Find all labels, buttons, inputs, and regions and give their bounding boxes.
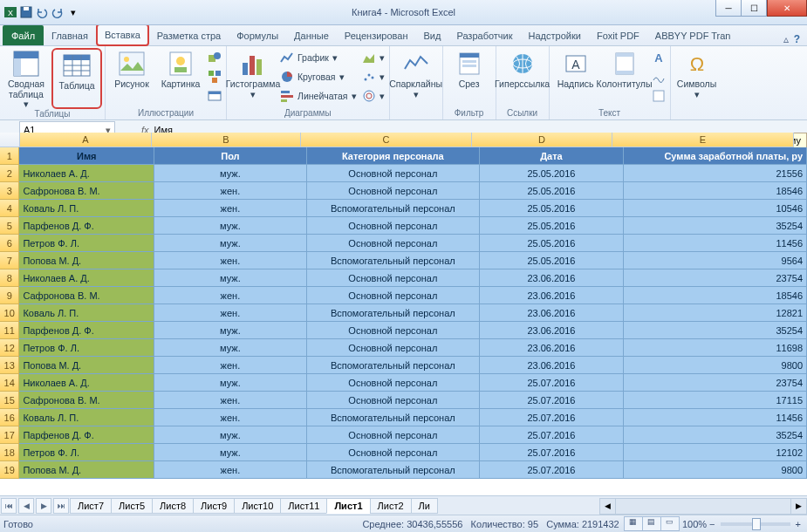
cell[interactable]: Основной персонал — [307, 374, 481, 392]
row-number[interactable]: 14 — [0, 374, 19, 392]
minimize-button[interactable]: ─ — [715, 0, 742, 17]
header-footer-button[interactable]: Колонтитулы — [601, 48, 648, 106]
sheet-tab[interactable]: Лист8 — [152, 498, 194, 514]
cell[interactable]: жен. — [154, 357, 306, 374]
cell[interactable]: 23.06.2016 — [480, 269, 624, 287]
cell[interactable]: 23.06.2016 — [480, 287, 624, 304]
cell[interactable]: Основной персонал — [307, 235, 481, 252]
maximize-button[interactable]: ☐ — [742, 0, 767, 17]
cell[interactable]: Попова М. Д. — [19, 252, 154, 269]
cell[interactable]: Петров Ф. Л. — [19, 339, 154, 357]
row-number[interactable]: 7 — [0, 252, 19, 269]
sheet-nav-prev[interactable]: ◀ — [18, 498, 34, 514]
tab-foxit[interactable]: Foxit PDF — [589, 25, 647, 45]
sheet-tab[interactable]: Лист1 — [326, 498, 370, 514]
save-icon[interactable] — [19, 5, 33, 19]
row-number[interactable]: 10 — [0, 304, 19, 322]
cell[interactable]: муж. — [154, 444, 306, 461]
zoom-slider[interactable] — [721, 522, 790, 526]
header-cell[interactable]: Имя — [19, 147, 154, 165]
zoom-out-button[interactable]: − — [707, 519, 715, 529]
sheet-tab[interactable]: Лист11 — [280, 498, 327, 514]
cell[interactable]: 12821 — [624, 304, 807, 322]
undo-icon[interactable] — [35, 5, 49, 19]
cell[interactable]: 25.05.2016 — [480, 200, 624, 217]
cell[interactable]: Основной персонал — [307, 165, 481, 182]
textbox-button[interactable]: AНадпись — [552, 48, 599, 106]
cell[interactable]: Коваль Л. П. — [19, 304, 154, 322]
cell[interactable]: 21556 — [624, 165, 807, 182]
sheet-tab[interactable]: Ли — [411, 498, 438, 514]
scroll-left-icon[interactable]: ◀ — [599, 498, 616, 515]
slicer-button[interactable]: Срез — [446, 48, 493, 106]
cell[interactable]: 25.07.2016 — [480, 409, 624, 426]
cell[interactable]: Вспомогательный персонал — [307, 200, 481, 217]
header-cell[interactable]: Пол — [154, 147, 306, 165]
view-break-button[interactable]: ▭ — [660, 516, 680, 531]
other-chart-button[interactable]: ▾ — [360, 86, 386, 105]
object-button[interactable] — [650, 86, 667, 105]
line-chart-button[interactable]: График ▾ — [278, 48, 359, 66]
cell[interactable]: 25.07.2016 — [480, 444, 624, 461]
col-header-d[interactable]: D — [472, 133, 612, 147]
cell[interactable]: жен. — [154, 200, 306, 217]
cell[interactable]: Коваль Л. П. — [19, 200, 154, 217]
cell[interactable]: Парфенов Д. Ф. — [19, 322, 154, 339]
tab-view[interactable]: Вид — [416, 25, 449, 45]
zoom-in-button[interactable]: + — [796, 519, 804, 529]
cell[interactable]: 23754 — [624, 269, 807, 287]
header-cell[interactable]: Категория персонала — [307, 147, 481, 165]
tab-insert[interactable]: Вставка — [96, 24, 149, 46]
sheet-tab[interactable]: Лист2 — [370, 498, 412, 514]
cell[interactable]: Сафронова В. М. — [19, 287, 154, 304]
row-number[interactable]: 15 — [0, 392, 19, 409]
help-icon[interactable]: ? — [794, 33, 800, 45]
scroll-right-icon[interactable]: ▶ — [790, 498, 807, 515]
sheet-tab[interactable]: Лист5 — [111, 498, 153, 514]
cell[interactable]: муж. — [154, 165, 306, 182]
signature-button[interactable] — [650, 67, 667, 85]
row-number[interactable]: 11 — [0, 322, 19, 339]
cell[interactable]: Основной персонал — [307, 322, 481, 339]
area-chart-button[interactable]: ▾ — [360, 48, 386, 66]
sheet-tab[interactable]: Лист7 — [70, 498, 112, 514]
column-chart-button[interactable]: Гистограмма▾ — [229, 48, 277, 106]
cell[interactable]: Попова М. Д. — [19, 357, 154, 374]
cell[interactable]: муж. — [154, 269, 306, 287]
tab-data[interactable]: Данные — [286, 25, 337, 45]
sheet-nav-next[interactable]: ▶ — [36, 498, 51, 514]
cell[interactable]: Николаев А. Д. — [19, 374, 154, 392]
sheet-tab[interactable]: Лист9 — [193, 498, 235, 514]
zoom-level[interactable]: 100% — [682, 519, 707, 529]
cell[interactable]: 23754 — [624, 374, 807, 392]
cell[interactable]: жен. — [154, 287, 306, 304]
clipart-button[interactable]: Картинка — [157, 48, 204, 106]
row-number[interactable]: 5 — [0, 217, 19, 235]
cell[interactable]: Парфенов Д. Ф. — [19, 426, 154, 444]
cell[interactable]: Основной персонал — [307, 444, 481, 461]
cell[interactable]: Вспомогательный персонал — [307, 252, 481, 269]
cell[interactable]: 25.05.2016 — [480, 182, 624, 200]
cell[interactable]: 35254 — [624, 322, 807, 339]
cell[interactable]: 9800 — [624, 357, 807, 374]
cell[interactable]: 25.07.2016 — [480, 426, 624, 444]
cell[interactable]: Парфенов Д. Ф. — [19, 217, 154, 235]
cell[interactable]: 11456 — [624, 235, 807, 252]
cell[interactable]: 23.06.2016 — [480, 322, 624, 339]
cell[interactable]: Вспомогательный персонал — [307, 461, 481, 479]
cell[interactable]: Вспомогательный персонал — [307, 304, 481, 322]
sheet-tab[interactable]: Лист10 — [234, 498, 281, 514]
col-header-c[interactable]: C — [301, 133, 472, 147]
cell[interactable]: 25.05.2016 — [480, 252, 624, 269]
zoom-thumb[interactable] — [752, 518, 761, 530]
header-cell[interactable]: Сумма заработной платы, ру — [624, 147, 807, 165]
cell[interactable]: Коваль Л. П. — [19, 409, 154, 426]
row-number[interactable]: 12 — [0, 339, 19, 357]
cell[interactable]: Петров Ф. Л. — [19, 444, 154, 461]
cell[interactable]: 12102 — [624, 444, 807, 461]
cell[interactable]: Сафронова В. М. — [19, 392, 154, 409]
col-header-a[interactable]: A — [20, 133, 152, 147]
close-button[interactable]: ✕ — [767, 0, 807, 17]
cell[interactable]: 23.06.2016 — [480, 339, 624, 357]
tab-abbyy[interactable]: ABBYY PDF Tran — [647, 25, 739, 45]
